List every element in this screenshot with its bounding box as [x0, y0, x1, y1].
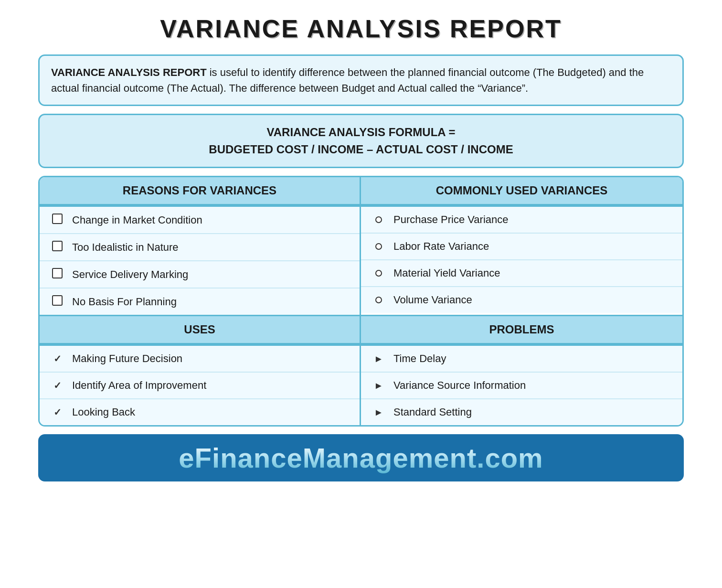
main-grid: REASONS FOR VARIANCES COMMONLY USED VARI…: [38, 176, 684, 427]
problems-item-2: Variance Source Information: [393, 379, 526, 392]
checkbox-icon: [51, 295, 64, 308]
problems-header-cell: PROBLEMS: [361, 316, 682, 344]
list-item: Service Delivery Marking: [40, 261, 360, 289]
list-item: No Basis For Planning: [40, 289, 360, 315]
header-row: REASONS FOR VARIANCES COMMONLY USED VARI…: [40, 177, 682, 207]
uses-header-cell: USES: [40, 316, 361, 344]
circle-icon: [372, 295, 385, 306]
problems-list-cell: ► Time Delay ► Variance Source Informati…: [361, 346, 682, 425]
problems-item-1: Time Delay: [393, 353, 446, 365]
checkbox-icon: [51, 268, 64, 281]
problems-header: PROBLEMS: [361, 316, 682, 344]
formula-box: VARIANCE ANALYSIS FORMULA = BUDGETED COS…: [38, 114, 684, 168]
list-item: Purchase Price Variance: [361, 207, 682, 234]
page-title: VARIANCE ANALYSIS REPORT: [160, 14, 562, 43]
arrow-icon: ►: [372, 407, 385, 418]
list-item: ► Variance Source Information: [361, 373, 682, 399]
circle-icon: [372, 214, 385, 225]
arrow-icon: ►: [372, 353, 385, 364]
reasons-item-1: Change in Market Condition: [72, 214, 202, 226]
variances-item-1: Purchase Price Variance: [393, 214, 509, 226]
uses-problems-header-row: USES PROBLEMS: [40, 316, 682, 346]
description-bold: VARIANCE ANALYSIS REPORT: [51, 66, 207, 78]
list-item: ► Time Delay: [361, 346, 682, 373]
checkmark-icon: ✓: [51, 353, 64, 364]
list-item: Change in Market Condition: [40, 207, 360, 234]
common-variances-list-cell: Purchase Price Variance Labor Rate Varia…: [361, 207, 682, 315]
list-item: Too Idealistic in Nature: [40, 234, 360, 261]
common-variances-header: COMMONLY USED VARIANCES: [361, 177, 682, 205]
list-item: ► Standard Setting: [361, 399, 682, 425]
list-item: Material Yield Variance: [361, 260, 682, 287]
checkmark-icon: ✓: [51, 380, 64, 391]
checkbox-icon: [51, 241, 64, 254]
variances-item-4: Volume Variance: [393, 294, 472, 306]
list-item: ✓ Making Future Decision: [40, 346, 360, 373]
uses-item-1: Making Future Decision: [72, 353, 182, 365]
checkbox-icon: [51, 214, 64, 226]
reasons-list-cell: Change in Market Condition Too Idealisti…: [40, 207, 361, 315]
uses-problems-items-row: ✓ Making Future Decision ✓ Identify Area…: [40, 346, 682, 425]
arrow-icon: ►: [372, 380, 385, 391]
reasons-item-2: Too Idealistic in Nature: [72, 241, 179, 254]
items-row: Change in Market Condition Too Idealisti…: [40, 207, 682, 316]
variances-item-2: Labor Rate Variance: [393, 240, 489, 253]
list-item: ✓ Looking Back: [40, 399, 360, 425]
footer: eFinanceManagement.com: [38, 434, 684, 481]
common-variances-header-cell: COMMONLY USED VARIANCES: [361, 177, 682, 205]
list-item: ✓ Identify Area of Improvement: [40, 373, 360, 399]
reasons-item-4: No Basis For Planning: [72, 296, 177, 308]
uses-item-2: Identify Area of Improvement: [72, 379, 206, 392]
reasons-header: REASONS FOR VARIANCES: [40, 177, 360, 205]
formula-line2: BUDGETED COST / INCOME – ACTUAL COST / I…: [51, 141, 671, 158]
variances-item-3: Material Yield Variance: [393, 267, 500, 279]
circle-icon: [372, 241, 385, 252]
list-item: Volume Variance: [361, 287, 682, 313]
checkmark-icon: ✓: [51, 406, 64, 418]
list-item: Labor Rate Variance: [361, 234, 682, 260]
uses-item-3: Looking Back: [72, 406, 135, 418]
reasons-header-cell: REASONS FOR VARIANCES: [40, 177, 361, 205]
reasons-item-3: Service Delivery Marking: [72, 268, 188, 281]
problems-item-3: Standard Setting: [393, 406, 472, 418]
uses-list-cell: ✓ Making Future Decision ✓ Identify Area…: [40, 346, 361, 425]
footer-text: eFinanceManagement.com: [179, 442, 543, 473]
uses-header: USES: [40, 316, 360, 344]
description-box: VARIANCE ANALYSIS REPORT is useful to id…: [38, 54, 684, 106]
formula-line1: VARIANCE ANALYSIS FORMULA =: [51, 124, 671, 141]
circle-icon: [372, 268, 385, 279]
